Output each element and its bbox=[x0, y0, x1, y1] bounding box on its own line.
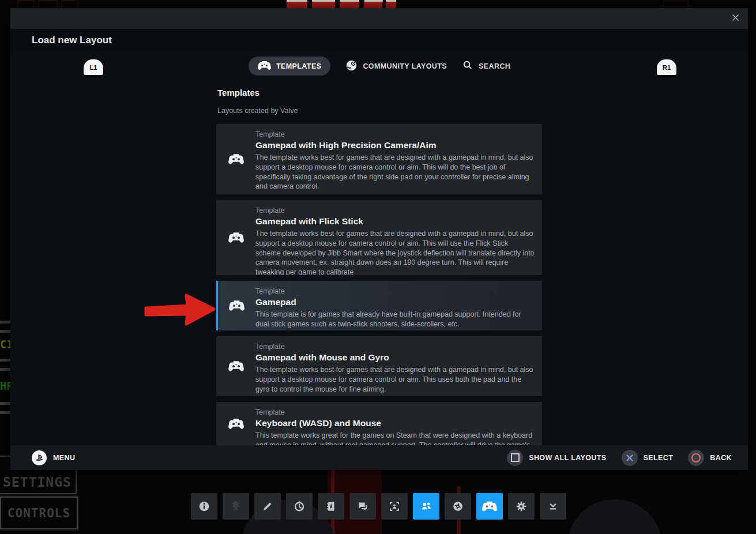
guides-icon bbox=[325, 500, 337, 513]
menu-label: MENU bbox=[53, 454, 75, 462]
tab-templates-label: TEMPLATES bbox=[276, 62, 321, 70]
playstation-button-icon bbox=[32, 450, 47, 465]
template-card-gamepad-mouse-gyro[interactable]: Template Gamepad with Mouse and Gyro The… bbox=[216, 336, 542, 396]
close-button[interactable] bbox=[727, 10, 743, 27]
left-bumper-label: L1 bbox=[90, 64, 97, 71]
background-art-circle bbox=[567, 499, 662, 534]
browser-icon bbox=[452, 500, 464, 513]
settings-gear-icon bbox=[515, 500, 528, 513]
steam-icon bbox=[345, 59, 358, 73]
template-description: This template is for games that already … bbox=[255, 310, 535, 329]
settings-button[interactable] bbox=[508, 493, 535, 520]
cross-button-icon bbox=[622, 450, 638, 466]
template-kicker: Template bbox=[255, 343, 535, 351]
background-menu-fragment bbox=[0, 368, 10, 371]
gamepad-icon bbox=[216, 402, 255, 445]
browser-button[interactable] bbox=[445, 493, 471, 520]
gamepad-icon bbox=[218, 281, 255, 330]
info-button[interactable] bbox=[191, 493, 217, 520]
section-heading: Templates bbox=[217, 88, 259, 97]
background-menu-fragment bbox=[0, 411, 10, 414]
modal-top-bar bbox=[10, 8, 748, 29]
template-kicker: Template bbox=[255, 287, 535, 295]
gamepad-icon bbox=[258, 61, 271, 72]
template-description: The template works best for games that a… bbox=[255, 365, 535, 394]
gamepad-icon bbox=[216, 200, 255, 275]
background-green-text-fragment: HR bbox=[0, 379, 10, 392]
modal-title: Load new Layout bbox=[32, 35, 112, 46]
template-title: Gamepad with High Precision Camera/Aim bbox=[255, 140, 535, 151]
tab-search-label: SEARCH bbox=[479, 62, 510, 70]
template-description: This template works great for the games … bbox=[255, 431, 535, 445]
tab-community-layouts-label: COMMUNITY LAYOUTS bbox=[363, 62, 447, 70]
load-layout-modal: Load new Layout L1 R1 TEMPLATES bbox=[10, 8, 748, 470]
info-icon bbox=[198, 500, 210, 513]
overlay-toolbar bbox=[191, 493, 566, 520]
chat-icon bbox=[356, 500, 369, 513]
template-title: Gamepad with Mouse and Gyro bbox=[255, 352, 535, 363]
background-menu-fragment bbox=[0, 359, 10, 362]
achievements-icon bbox=[230, 500, 242, 513]
modal-footer: MENU SHOW ALL LAYOUTS SELECT BACK bbox=[10, 445, 748, 470]
background-menu-fragment bbox=[0, 330, 10, 333]
game-controls-button[interactable]: CONTROLS bbox=[0, 497, 78, 529]
guides-button[interactable] bbox=[318, 493, 344, 520]
achievements-button[interactable] bbox=[223, 493, 249, 520]
back-label: BACK bbox=[710, 454, 732, 462]
template-card-gamepad[interactable]: Template Gamepad This template is for ga… bbox=[216, 281, 542, 330]
controller-button[interactable] bbox=[476, 493, 503, 520]
template-kicker: Template bbox=[255, 206, 535, 215]
template-description: The template works best for games that a… bbox=[255, 229, 535, 275]
left-bumper-badge: L1 bbox=[84, 59, 103, 75]
search-icon bbox=[462, 59, 473, 73]
template-title: Gamepad bbox=[255, 297, 535, 307]
screenshot-button[interactable] bbox=[381, 493, 408, 520]
template-kicker: Template bbox=[255, 408, 535, 416]
back-action[interactable]: BACK bbox=[688, 450, 732, 466]
right-bumper-badge: R1 bbox=[657, 59, 676, 75]
downloads-button[interactable] bbox=[540, 493, 566, 520]
select-label: SELECT bbox=[644, 454, 674, 462]
template-card-gamepad-high-precision[interactable]: Template Gamepad with High Precision Cam… bbox=[216, 124, 542, 194]
template-title: Keyboard (WASD) and Mouse bbox=[255, 418, 535, 428]
show-all-layouts-action[interactable]: SHOW ALL LAYOUTS bbox=[507, 450, 606, 466]
template-card-gamepad-flick-stick[interactable]: Template Gamepad with Flick Stick The te… bbox=[216, 200, 542, 275]
gamepad-icon bbox=[216, 124, 255, 194]
square-button-icon bbox=[507, 450, 523, 466]
template-list: Template Gamepad with High Precision Cam… bbox=[216, 124, 542, 445]
close-icon bbox=[731, 13, 740, 24]
modal-content: L1 R1 TEMPLATES COMMUNITY LAYOUTS bbox=[10, 52, 748, 445]
background-menu-fragment bbox=[0, 321, 10, 324]
footer-actions: SHOW ALL LAYOUTS SELECT BACK bbox=[507, 450, 732, 466]
friends-button[interactable] bbox=[413, 493, 439, 520]
tab-community-layouts[interactable]: COMMUNITY LAYOUTS bbox=[345, 57, 447, 76]
background-menu-fragment bbox=[0, 402, 10, 405]
template-title: Gamepad with Flick Stick bbox=[255, 216, 535, 227]
section-subheading: Layouts created by Valve bbox=[217, 107, 298, 115]
template-description: The template works best for games that a… bbox=[255, 153, 535, 191]
template-kicker: Template bbox=[255, 130, 535, 138]
menu-button[interactable]: MENU bbox=[32, 450, 75, 465]
edit-button[interactable] bbox=[254, 493, 281, 520]
select-action[interactable]: SELECT bbox=[622, 450, 674, 466]
tab-search[interactable]: SEARCH bbox=[462, 57, 510, 76]
right-bumper-label: R1 bbox=[663, 64, 671, 71]
downloads-icon bbox=[547, 500, 559, 513]
edit-icon bbox=[261, 500, 274, 513]
circle-button-icon bbox=[688, 450, 704, 466]
modal-title-bar: Load new Layout bbox=[10, 29, 748, 52]
tab-bar: TEMPLATES COMMUNITY LAYOUTS SEARCH bbox=[249, 57, 510, 76]
screen: CI HR SETTINGS CONTROLS bbox=[0, 0, 756, 534]
background-yellow-text-fragment: CI bbox=[0, 338, 10, 351]
show-all-layouts-label: SHOW ALL LAYOUTS bbox=[529, 454, 606, 462]
game-controls-label: CONTROLS bbox=[7, 506, 70, 520]
gamepad-icon bbox=[216, 336, 255, 396]
recent-games-button[interactable] bbox=[286, 493, 313, 520]
tab-templates[interactable]: TEMPLATES bbox=[249, 57, 330, 76]
recent-games-icon bbox=[293, 500, 306, 513]
screenshot-icon bbox=[388, 500, 401, 513]
controller-icon bbox=[482, 501, 497, 512]
game-settings-label: SETTINGS bbox=[3, 476, 72, 493]
template-card-keyboard-wasd-mouse[interactable]: Template Keyboard (WASD) and Mouse This … bbox=[216, 402, 542, 445]
chat-button[interactable] bbox=[349, 493, 376, 520]
